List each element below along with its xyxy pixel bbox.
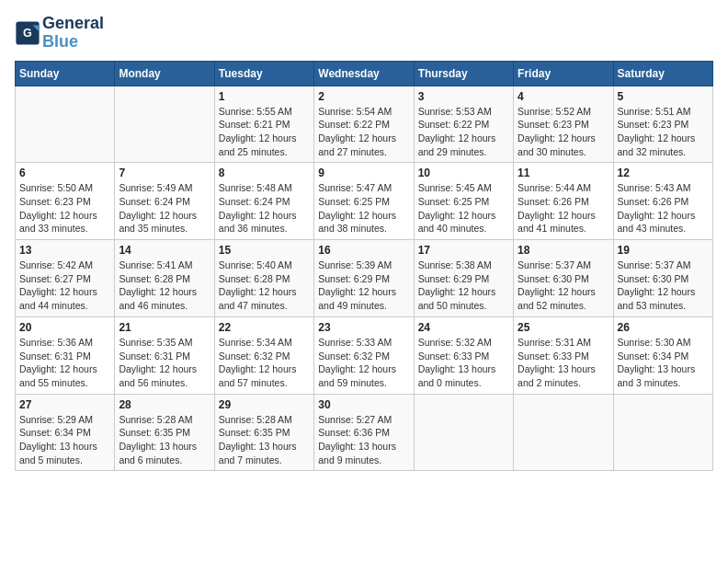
calendar-day-cell: 9Sunrise: 5:47 AM Sunset: 6:25 PM Daylig… — [314, 163, 414, 240]
calendar-day-cell: 21Sunrise: 5:35 AM Sunset: 6:31 PM Dayli… — [115, 316, 214, 394]
calendar-day-cell: 17Sunrise: 5:38 AM Sunset: 6:29 PM Dayli… — [414, 240, 513, 317]
logo-text: General Blue — [42, 15, 104, 52]
calendar-day-cell: 4Sunrise: 5:52 AM Sunset: 6:23 PM Daylig… — [514, 86, 613, 163]
day-info: Sunrise: 5:39 AM Sunset: 6:29 PM Dayligh… — [318, 259, 409, 313]
day-info: Sunrise: 5:40 AM Sunset: 6:28 PM Dayligh… — [219, 259, 310, 313]
calendar-day-cell: 20Sunrise: 5:36 AM Sunset: 6:31 PM Dayli… — [16, 316, 115, 394]
day-number: 4 — [518, 90, 609, 103]
day-number: 9 — [318, 167, 409, 179]
day-number: 12 — [618, 167, 709, 179]
day-number: 19 — [618, 244, 709, 257]
weekday-header-row: SundayMondayTuesdayWednesdayThursdayFrid… — [16, 61, 713, 86]
weekday-header-cell: Thursday — [414, 61, 513, 86]
calendar-day-cell: 28Sunrise: 5:28 AM Sunset: 6:35 PM Dayli… — [115, 394, 214, 471]
day-number: 25 — [518, 321, 609, 334]
day-number: 15 — [219, 244, 310, 257]
calendar-day-cell: 29Sunrise: 5:28 AM Sunset: 6:35 PM Dayli… — [214, 394, 313, 471]
calendar-day-cell: 23Sunrise: 5:33 AM Sunset: 6:32 PM Dayli… — [314, 316, 414, 394]
calendar-day-cell: 15Sunrise: 5:40 AM Sunset: 6:28 PM Dayli… — [214, 240, 313, 317]
day-info: Sunrise: 5:32 AM Sunset: 6:33 PM Dayligh… — [418, 336, 509, 390]
calendar-day-cell: 7Sunrise: 5:49 AM Sunset: 6:24 PM Daylig… — [115, 163, 214, 240]
day-number: 6 — [19, 167, 110, 179]
day-info: Sunrise: 5:50 AM Sunset: 6:23 PM Dayligh… — [19, 181, 110, 236]
calendar-day-cell: 18Sunrise: 5:37 AM Sunset: 6:30 PM Dayli… — [514, 240, 613, 317]
day-number: 28 — [119, 398, 210, 411]
calendar-day-cell — [16, 86, 115, 163]
calendar-day-cell: 6Sunrise: 5:50 AM Sunset: 6:23 PM Daylig… — [16, 163, 115, 240]
calendar-day-cell: 10Sunrise: 5:45 AM Sunset: 6:25 PM Dayli… — [414, 163, 513, 240]
calendar-day-cell — [115, 86, 214, 163]
day-number: 7 — [119, 167, 210, 179]
svg-text:G: G — [23, 27, 32, 40]
day-info: Sunrise: 5:51 AM Sunset: 6:23 PM Dayligh… — [618, 105, 709, 159]
day-number: 20 — [19, 321, 110, 334]
day-info: Sunrise: 5:49 AM Sunset: 6:24 PM Dayligh… — [119, 181, 210, 236]
day-info: Sunrise: 5:47 AM Sunset: 6:25 PM Dayligh… — [318, 181, 409, 236]
day-info: Sunrise: 5:37 AM Sunset: 6:30 PM Dayligh… — [618, 259, 709, 313]
calendar-day-cell: 24Sunrise: 5:32 AM Sunset: 6:33 PM Dayli… — [414, 316, 513, 394]
calendar-day-cell: 12Sunrise: 5:43 AM Sunset: 6:26 PM Dayli… — [613, 163, 712, 240]
day-number: 14 — [119, 244, 210, 257]
day-info: Sunrise: 5:37 AM Sunset: 6:30 PM Dayligh… — [518, 259, 609, 313]
calendar-day-cell: 19Sunrise: 5:37 AM Sunset: 6:30 PM Dayli… — [613, 240, 712, 317]
calendar-week-row: 13Sunrise: 5:42 AM Sunset: 6:27 PM Dayli… — [16, 240, 713, 317]
day-info: Sunrise: 5:53 AM Sunset: 6:22 PM Dayligh… — [418, 105, 509, 159]
day-number: 26 — [618, 321, 709, 334]
day-number: 23 — [318, 321, 409, 334]
calendar-day-cell: 13Sunrise: 5:42 AM Sunset: 6:27 PM Dayli… — [16, 240, 115, 317]
calendar-table: SundayMondayTuesdayWednesdayThursdayFrid… — [15, 61, 713, 472]
day-number: 2 — [318, 90, 409, 103]
day-info: Sunrise: 5:43 AM Sunset: 6:26 PM Dayligh… — [618, 181, 709, 236]
weekday-header-cell: Saturday — [613, 61, 712, 86]
day-info: Sunrise: 5:36 AM Sunset: 6:31 PM Dayligh… — [19, 336, 110, 390]
weekday-header-cell: Sunday — [16, 61, 115, 86]
day-info: Sunrise: 5:33 AM Sunset: 6:32 PM Dayligh… — [318, 336, 409, 390]
day-info: Sunrise: 5:42 AM Sunset: 6:27 PM Dayligh… — [19, 259, 110, 313]
calendar-body: 1Sunrise: 5:55 AM Sunset: 6:21 PM Daylig… — [16, 86, 713, 471]
day-number: 17 — [418, 244, 509, 257]
calendar-day-cell: 3Sunrise: 5:53 AM Sunset: 6:22 PM Daylig… — [414, 86, 513, 163]
day-info: Sunrise: 5:28 AM Sunset: 6:35 PM Dayligh… — [219, 413, 310, 467]
weekday-header-cell: Wednesday — [314, 61, 414, 86]
day-info: Sunrise: 5:30 AM Sunset: 6:34 PM Dayligh… — [618, 336, 709, 390]
day-info: Sunrise: 5:52 AM Sunset: 6:23 PM Dayligh… — [518, 105, 609, 159]
calendar-day-cell: 22Sunrise: 5:34 AM Sunset: 6:32 PM Dayli… — [214, 316, 313, 394]
day-info: Sunrise: 5:45 AM Sunset: 6:25 PM Dayligh… — [418, 181, 509, 236]
day-number: 10 — [418, 167, 509, 179]
day-info: Sunrise: 5:41 AM Sunset: 6:28 PM Dayligh… — [119, 259, 210, 313]
day-number: 24 — [418, 321, 509, 334]
day-info: Sunrise: 5:44 AM Sunset: 6:26 PM Dayligh… — [518, 181, 609, 236]
day-number: 3 — [418, 90, 509, 103]
calendar-week-row: 20Sunrise: 5:36 AM Sunset: 6:31 PM Dayli… — [16, 316, 713, 394]
day-number: 29 — [219, 398, 310, 411]
day-info: Sunrise: 5:54 AM Sunset: 6:22 PM Dayligh… — [318, 105, 409, 159]
day-info: Sunrise: 5:28 AM Sunset: 6:35 PM Dayligh… — [119, 413, 210, 467]
day-info: Sunrise: 5:48 AM Sunset: 6:24 PM Dayligh… — [219, 181, 310, 236]
day-info: Sunrise: 5:34 AM Sunset: 6:32 PM Dayligh… — [219, 336, 310, 390]
calendar-day-cell: 14Sunrise: 5:41 AM Sunset: 6:28 PM Dayli… — [115, 240, 214, 317]
day-number: 5 — [618, 90, 709, 103]
day-number: 13 — [19, 244, 110, 257]
calendar-week-row: 6Sunrise: 5:50 AM Sunset: 6:23 PM Daylig… — [16, 163, 713, 240]
day-info: Sunrise: 5:29 AM Sunset: 6:34 PM Dayligh… — [19, 413, 110, 467]
calendar-week-row: 1Sunrise: 5:55 AM Sunset: 6:21 PM Daylig… — [16, 86, 713, 163]
day-info: Sunrise: 5:55 AM Sunset: 6:21 PM Dayligh… — [219, 105, 310, 159]
day-number: 11 — [518, 167, 609, 179]
calendar-day-cell — [414, 394, 513, 471]
calendar-day-cell: 11Sunrise: 5:44 AM Sunset: 6:26 PM Dayli… — [514, 163, 613, 240]
weekday-header-cell: Monday — [115, 61, 214, 86]
day-number: 22 — [219, 321, 310, 334]
calendar-day-cell — [514, 394, 613, 471]
calendar-day-cell — [613, 394, 712, 471]
calendar-day-cell: 16Sunrise: 5:39 AM Sunset: 6:29 PM Dayli… — [314, 240, 414, 317]
day-info: Sunrise: 5:31 AM Sunset: 6:33 PM Dayligh… — [518, 336, 609, 390]
day-info: Sunrise: 5:38 AM Sunset: 6:29 PM Dayligh… — [418, 259, 509, 313]
day-number: 8 — [219, 167, 310, 179]
calendar-day-cell: 2Sunrise: 5:54 AM Sunset: 6:22 PM Daylig… — [314, 86, 414, 163]
calendar-day-cell: 27Sunrise: 5:29 AM Sunset: 6:34 PM Dayli… — [16, 394, 115, 471]
logo-icon: G — [15, 20, 40, 46]
day-info: Sunrise: 5:27 AM Sunset: 6:36 PM Dayligh… — [318, 413, 409, 467]
day-number: 16 — [318, 244, 409, 257]
day-info: Sunrise: 5:35 AM Sunset: 6:31 PM Dayligh… — [119, 336, 210, 390]
page-header: G General Blue — [15, 15, 713, 52]
